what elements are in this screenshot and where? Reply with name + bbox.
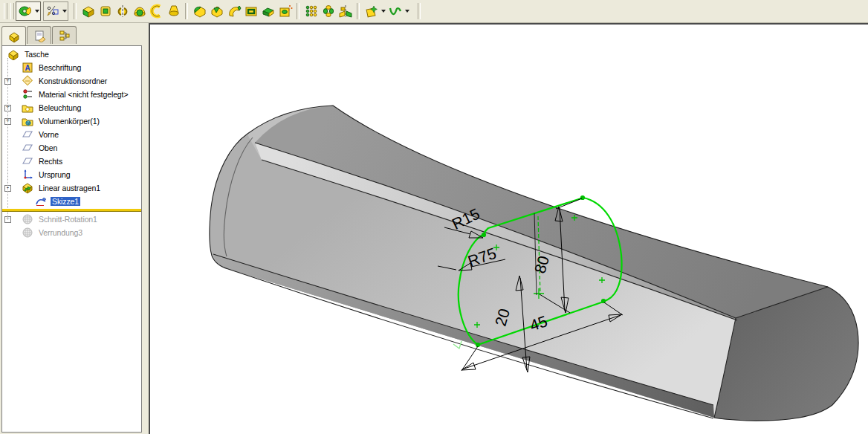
- panel-tabs: [0, 23, 149, 45]
- solid-bodies-folder-icon: [22, 115, 33, 127]
- plane-icon: [22, 155, 33, 167]
- circular-pattern-button[interactable]: [320, 2, 337, 20]
- tree-item-label: Skizze1: [51, 197, 80, 206]
- curve-dropdown-icon[interactable]: [404, 3, 410, 19]
- tree-item-label: Ursprung: [37, 170, 71, 179]
- part-display-icon[interactable]: [16, 2, 33, 20]
- features-toolbar: [0, 0, 868, 23]
- extruded-cut-button[interactable]: [191, 2, 208, 20]
- plane-icon: [22, 142, 33, 154]
- tree-item-tasche[interactable]: Tasche: [2, 48, 141, 61]
- tree-item-schnitt-rotation1[interactable]: + Schnitt-Rotation1: [2, 213, 141, 226]
- tree-item-linear-austragen1[interactable]: - Linear austragen1: [2, 181, 141, 195]
- tree-item-rechts[interactable]: Rechts: [2, 155, 141, 168]
- tree-item-konstruktionsordner[interactable]: + Konstruktionsordner: [2, 74, 141, 88]
- tree-item-label: Schnitt-Rotation1: [37, 215, 99, 224]
- toolbar-grip[interactable]: [10, 3, 14, 19]
- boss-base-button[interactable]: [97, 2, 114, 20]
- revolved-boss-button[interactable]: [131, 2, 148, 20]
- rollback-bar[interactable]: [2, 208, 141, 213]
- tab-propertymanager[interactable]: [27, 26, 51, 44]
- tree-item-label: Linear austragen1: [37, 184, 102, 192]
- viewport-canvas[interactable]: R15 R75 80 20: [150, 25, 868, 434]
- tree-item-label: Verrundung3: [37, 228, 84, 237]
- toolbar-separator: [297, 3, 299, 19]
- sweep-button[interactable]: [148, 2, 165, 20]
- extruded-boss-button[interactable]: [80, 2, 97, 20]
- toolbar-separator: [357, 3, 360, 19]
- tree-item-beleuchtung[interactable]: + Beleuchtung: [2, 101, 141, 114]
- plane-icon: [22, 129, 33, 140]
- sketch-dimension-icon[interactable]: [44, 2, 61, 20]
- lofted-cut-button[interactable]: [242, 2, 259, 20]
- feature-tree: Tasche A Beschriftung + Konstruktionsord…: [1, 45, 142, 433]
- material-icon: [22, 88, 33, 100]
- toolbar-grip[interactable]: [4, 3, 7, 19]
- tree-item-label: Vorne: [37, 130, 60, 139]
- mirror-feature-button[interactable]: [337, 2, 354, 20]
- suppressed-feature-icon: [22, 227, 33, 239]
- part-icon: [7, 48, 19, 60]
- sketch-icon: [35, 195, 47, 207]
- tree-item-verrundung3[interactable]: Verrundung3: [2, 226, 141, 239]
- thicken-cut-button[interactable]: [259, 2, 276, 20]
- graphics-viewport: R15 R75 80 20: [149, 23, 868, 434]
- tree-item-label: Tasche: [23, 50, 51, 59]
- tree-item-beschriftung[interactable]: A Beschriftung: [2, 61, 141, 74]
- tree-guide-line: [7, 58, 8, 218]
- tree-item-label: Material <nicht festgelegt>: [37, 90, 129, 99]
- tab-configurationmanager[interactable]: [52, 26, 77, 44]
- annotations-icon: A: [22, 62, 33, 74]
- configurationmanager-tab-icon: [58, 29, 71, 42]
- solidworks-window: { "app": { "accent_selection": "#2e62c6"…: [0, 0, 868, 434]
- tree-item-label: Volumenkörper(1): [37, 117, 101, 126]
- hole-wizard-button[interactable]: [276, 2, 294, 20]
- part-display-split-button[interactable]: [16, 1, 41, 21]
- swept-cut-button[interactable]: [225, 2, 242, 20]
- feature-manager-panel: Tasche A Beschriftung + Konstruktionsord…: [0, 23, 149, 434]
- tree-item-material[interactable]: Material <nicht festgelegt>: [2, 88, 141, 101]
- tree-item-label: Beleuchtung: [37, 103, 82, 112]
- toolbar-separator: [74, 3, 77, 19]
- tree-item-oben[interactable]: Oben: [2, 141, 141, 155]
- toolbar-separator: [185, 3, 188, 19]
- tree-item-label: Konstruktionsordner: [37, 77, 108, 85]
- tree-item-vorne[interactable]: Vorne: [2, 128, 141, 141]
- loft-button[interactable]: [165, 2, 182, 20]
- sketch-dimension-dropdown-icon[interactable]: [61, 3, 68, 19]
- revolve-axis-button[interactable]: [114, 2, 131, 20]
- propertymanager-tab-icon: [33, 29, 46, 42]
- toolbar-separator: [418, 3, 421, 19]
- tree-item-label: Oben: [37, 143, 59, 152]
- tree-item-skizze1[interactable]: Skizze1: [2, 195, 141, 208]
- sketch-dimension-split-button[interactable]: [43, 1, 68, 21]
- extrude-feature-icon: [22, 182, 33, 194]
- tree-item-label: Beschriftung: [37, 63, 82, 72]
- linear-pattern-button[interactable]: [302, 2, 320, 20]
- origin-icon: [22, 169, 33, 181]
- design-binder-icon: [22, 75, 33, 87]
- part-display-dropdown-icon[interactable]: [33, 3, 40, 19]
- tree-item-label: Rechts: [37, 157, 64, 166]
- fillet-button[interactable]: [363, 2, 380, 20]
- suppressed-feature-icon: [22, 213, 33, 225]
- fillet-dropdown-icon[interactable]: [380, 3, 386, 19]
- lighting-folder-icon: [22, 102, 33, 114]
- revolved-cut-button[interactable]: [208, 2, 225, 20]
- curve-button[interactable]: [386, 2, 404, 20]
- tree-item-volumenkoerper[interactable]: + Volumenkörper(1): [2, 114, 141, 128]
- svg-text:A: A: [25, 64, 30, 72]
- tree-item-ursprung[interactable]: Ursprung: [2, 168, 141, 181]
- featuremanager-tab-icon: [7, 30, 21, 43]
- tab-featuremanager[interactable]: [1, 26, 26, 45]
